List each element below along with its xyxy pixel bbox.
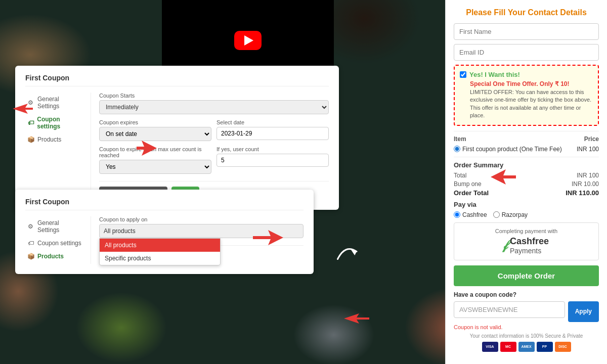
if-yes-label: If yes, user count <box>216 146 329 152</box>
bump-row: Bump one INR 10.00 <box>454 180 599 188</box>
bump-value: INR 10.00 <box>572 180 599 188</box>
max-user-row: Coupon to expire when max user count is … <box>99 146 329 174</box>
apply-button[interactable]: Apply <box>568 301 599 322</box>
pay-via-section: Pay via Cashfree Razorpay <box>454 201 599 218</box>
panel-top-main: Coupon Starts Immediately Coupon expires… <box>99 93 329 200</box>
total-label: Total <box>454 172 466 179</box>
order-summary: Order Summary Total INR 100 Bump one INR… <box>454 157 599 197</box>
tag-icon: 🏷 <box>27 119 34 126</box>
svg-marker-1 <box>137 141 157 156</box>
offer-title: Special One Time Offer. Only ₹ 10! <box>470 80 593 87</box>
order-summary-title: Order Summary <box>454 161 599 169</box>
cashfree-label: Cashfree <box>462 211 487 218</box>
box-icon: 📦 <box>27 136 34 143</box>
arrow-order-total <box>491 169 516 185</box>
arrow-if-yes <box>137 141 157 156</box>
email-input[interactable] <box>454 44 599 61</box>
total-value: INR 100 <box>577 172 599 179</box>
if-yes-input[interactable] <box>216 154 329 167</box>
gear-icon-2: ⚙ <box>27 223 34 230</box>
coupon-apply-label: Coupon to apply on <box>99 216 304 222</box>
visa-icon: VISA <box>482 342 498 352</box>
tag-icon-2: 🏷 <box>27 240 34 247</box>
option-all-products[interactable]: All products <box>100 239 220 252</box>
offer-checkbox[interactable] <box>460 71 466 78</box>
sidebar-item-coupon-settings-2[interactable]: 🏷 Coupon settings <box>25 237 84 250</box>
cashfree-option[interactable]: Cashfree <box>454 211 487 218</box>
cashfree-name: Cashfree <box>510 236 549 247</box>
item-col-header: Item <box>454 135 466 143</box>
offer-desc: LIMITED OFFER: You can have access to th… <box>470 88 593 120</box>
panel-top-coupon-settings: First Coupon ⚙ General Settings 🏷 Coupon… <box>15 66 339 210</box>
cashfree-payments: Payments <box>510 247 549 255</box>
offer-checkbox-label: Yes! I Want this! <box>460 71 593 78</box>
first-name-input[interactable] <box>454 23 599 40</box>
completing-text: Completing payment with <box>459 228 593 234</box>
coupon-input[interactable] <box>454 301 565 318</box>
svg-marker-0 <box>13 104 33 114</box>
offer-box: Yes! I Want this! Special One Time Offer… <box>454 65 599 126</box>
white-arrow-svg <box>334 240 364 270</box>
cashfree-radio[interactable] <box>454 211 460 218</box>
cashfree-logo: 𝒻 Cashfree Payments <box>459 236 593 255</box>
cashfree-f-logo: 𝒻 <box>504 238 508 253</box>
sidebar-item-coupon-settings[interactable]: 🏷 Coupon settings <box>25 113 84 133</box>
sidebar-item-products-2[interactable]: 📦 Products <box>25 250 84 263</box>
sidebar-item-general-settings[interactable]: ⚙ General Settings <box>25 93 84 113</box>
sidebar-item-general-settings-2[interactable]: ⚙ General Settings <box>25 216 84 237</box>
coupon-apply-dropdown: All products Specific products <box>99 238 221 265</box>
box-icon-2: 📦 <box>27 253 34 260</box>
svg-marker-4 <box>491 169 516 185</box>
mastercard-icon: MC <box>500 342 516 352</box>
select-date-input[interactable] <box>216 127 329 140</box>
product-radio[interactable] <box>454 146 460 152</box>
coupon-row: Apply <box>454 301 599 322</box>
razorpay-option[interactable]: Razorpay <box>493 211 528 218</box>
svg-marker-5 <box>344 313 369 324</box>
order-total-row: Order Total INR 110.00 <box>454 189 599 197</box>
svg-marker-2 <box>253 230 283 245</box>
panel-top-sidebar: ⚙ General Settings 🏷 Coupon settings 📦 P… <box>25 93 91 200</box>
yes-text: Yes! I Want this! <box>469 71 520 78</box>
pay-options: Cashfree Razorpay <box>454 211 599 218</box>
cashfree-box: Completing payment with 𝒻 Cashfree Payme… <box>454 222 599 260</box>
item-row: First coupon product (One Time Fee) INR … <box>454 146 599 153</box>
payment-icons: VISA MC AMEX PP DISC <box>454 342 599 352</box>
panel-bottom-title: First Coupon <box>25 198 304 210</box>
discover-icon: DISC <box>555 342 571 352</box>
white-curved-arrow <box>334 240 364 270</box>
coupon-error: Coupon is not valid. <box>454 324 599 330</box>
pay-via-title: Pay via <box>454 201 599 208</box>
arrow-dropdown <box>253 230 283 245</box>
coupon-expires-row: Coupon expires On set date Select date <box>99 119 329 141</box>
sidebar-item-products[interactable]: 📦 Products <box>25 133 84 146</box>
complete-order-button[interactable]: Complete Order <box>454 265 599 286</box>
total-row: Total INR 100 <box>454 172 599 179</box>
coupon-starts-row: Coupon Starts Immediately <box>99 93 329 114</box>
select-date-label: Select date <box>216 119 329 125</box>
bump-label: Bump one <box>454 180 482 188</box>
coupon-expires-select[interactable]: On set date <box>99 127 211 141</box>
coupon-title: Have a coupon code? <box>454 291 599 298</box>
secure-text: Your contact information is 100% Secure … <box>454 333 599 339</box>
arrow-coupon-error <box>344 313 369 324</box>
order-total-value: INR 110.00 <box>566 189 599 197</box>
max-user-select[interactable]: Yes <box>99 160 211 174</box>
panel-top-title: First Coupon <box>25 74 329 86</box>
order-total-label: Order Total <box>454 189 489 197</box>
product-price: INR 100 <box>577 146 599 153</box>
coupon-starts-select[interactable]: Immediately <box>99 100 329 114</box>
paypal-icon: PP <box>537 342 553 352</box>
contact-title: Please Fill Your Contact Details <box>454 8 599 17</box>
product-name: First coupon product (One Time Fee) <box>462 146 562 153</box>
cashfree-text: Cashfree Payments <box>510 236 549 255</box>
arrow-coupon-settings <box>13 104 33 114</box>
option-specific-products[interactable]: Specific products <box>100 252 220 265</box>
youtube-play-button[interactable] <box>234 31 262 50</box>
razorpay-radio[interactable] <box>493 211 500 218</box>
item-section: Item Price First coupon product (One Tim… <box>454 131 599 153</box>
right-panel-contact: Please Fill Your Contact Details Yes! I … <box>445 0 607 364</box>
coupon-section: Have a coupon code? Apply Coupon is not … <box>454 291 599 330</box>
product-name-wrapper: First coupon product (One Time Fee) <box>454 146 562 153</box>
price-col-header: Price <box>584 135 599 143</box>
